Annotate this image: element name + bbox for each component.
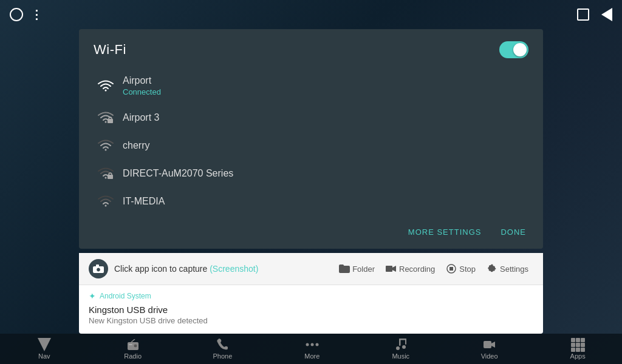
nav-radio-icon [125,338,142,351]
wifi-signal-icon [94,139,118,152]
wifi-title: Wi-Fi [94,42,126,58]
network-item-cherry[interactable]: cherry [79,132,543,160]
circle-icon [10,8,23,21]
settings-icon [487,263,497,274]
wifi-signal-secured-icon [94,167,118,180]
wifi-header: Wi-Fi [79,29,543,68]
network-name: cherry [123,140,149,151]
svg-rect-5 [386,266,392,272]
square-icon [577,8,589,21]
svg-line-11 [131,339,135,342]
status-bar-left: ⋮ [10,7,43,22]
folder-action[interactable]: Folder [334,261,380,277]
status-bar: ⋮ [0,0,622,29]
camera-icon [89,259,108,278]
network-list: Airport Connected Airport 3 [79,68,543,215]
star-icon: ✦ [89,291,96,301]
back-triangle-icon [601,8,612,21]
nav-item-apps[interactable]: Apps [569,338,586,360]
svg-point-16 [402,345,406,349]
settings-action[interactable]: Settings [482,261,533,277]
network-item-itmedia[interactable]: IT-MEDIA [79,187,543,215]
nav-music-icon [392,338,409,351]
nav-label-nav: Nav [38,352,50,360]
settings-label: Settings [500,265,528,274]
more-settings-button[interactable]: MORE SETTINGS [401,223,489,241]
wifi-signal-icon [94,195,118,208]
svg-point-14 [315,343,318,346]
folder-label: Folder [352,265,375,274]
network-item-airport[interactable]: Airport Connected [79,68,543,104]
nav-phone-icon [214,338,231,351]
capture-main-text: Click app icon to capture [114,264,207,274]
android-system-header: ✦ Android System [89,291,533,301]
screenshot-label: (Screenshot) [210,264,258,274]
capture-text: Click app icon to capture (Screenshot) [114,264,334,274]
bottom-nav: Nav Radio Phone More [0,334,622,364]
svg-point-12 [306,343,309,346]
nav-label-phone: Phone [213,352,233,360]
svg-rect-10 [129,344,132,345]
network-name: DIRECT-AuM2070 Series [123,168,233,179]
recording-label: Recording [399,265,435,274]
svg-rect-20 [484,341,491,348]
nav-video-icon [481,338,498,351]
capture-row: Click app icon to capture (Screenshot) F… [79,253,543,285]
svg-rect-0 [108,119,113,123]
svg-rect-19 [399,339,406,340]
android-notification: ✦ Android System Kingston USB drive New … [79,285,543,334]
stop-action[interactable]: Stop [441,261,480,277]
android-system-label: Android System [100,292,151,300]
nav-label-video: Video [481,352,498,360]
status-bar-right [577,8,612,21]
wifi-panel: Wi-Fi Airport Connected [79,29,543,249]
network-info-cherry: cherry [123,140,149,151]
network-name: Airport [123,75,161,86]
nav-item-video[interactable]: Video [481,338,498,360]
nav-apps-icon [569,338,586,351]
svg-rect-1 [108,175,113,179]
wifi-signal-icon [94,79,118,93]
done-button[interactable]: DONE [493,223,533,241]
stop-icon [446,263,457,274]
svg-point-13 [310,343,313,346]
notification-title: Kingston USB drive [89,305,533,315]
nav-item-phone[interactable]: Phone [213,338,233,360]
network-info-airport: Airport Connected [123,75,161,96]
recording-action[interactable]: Recording [381,261,440,277]
nav-label-apps: Apps [570,352,586,360]
svg-point-15 [396,346,400,350]
dots-icon: ⋮ [30,7,43,22]
nav-label-music: Music [392,352,409,360]
nav-item-radio[interactable]: Radio [124,338,142,360]
recording-icon [386,263,397,274]
network-connected-status: Connected [123,87,161,96]
network-name: IT-MEDIA [123,196,165,207]
svg-rect-4 [96,265,99,267]
nav-label-radio: Radio [124,352,142,360]
network-item-airport3[interactable]: Airport 3 [79,104,543,132]
svg-point-9 [134,344,137,348]
stop-label: Stop [459,265,476,274]
notification-body: New Kingston USB drive detected [89,316,533,325]
nav-label-more: More [304,352,320,360]
capture-actions: Folder Recording Stop [334,261,533,277]
network-name: Airport 3 [123,112,159,123]
network-info-itmedia: IT-MEDIA [123,196,165,207]
nav-nav-icon [36,338,53,351]
notification-bar: Click app icon to capture (Screenshot) F… [79,253,543,334]
nav-item-nav[interactable]: Nav [36,338,53,360]
folder-icon [339,263,350,274]
svg-point-3 [97,268,101,272]
wifi-signal-secured-icon [94,111,118,124]
network-info-airport3: Airport 3 [123,112,159,123]
network-item-direct[interactable]: DIRECT-AuM2070 Series [79,160,543,187]
toggle-knob [513,43,527,56]
wifi-toggle[interactable] [499,41,528,58]
network-info-direct: DIRECT-AuM2070 Series [123,168,233,179]
panel-actions: MORE SETTINGS DONE [79,215,543,249]
nav-item-music[interactable]: Music [392,338,409,360]
nav-more-icon [304,338,321,351]
svg-rect-7 [449,267,453,271]
nav-item-more[interactable]: More [304,338,321,360]
